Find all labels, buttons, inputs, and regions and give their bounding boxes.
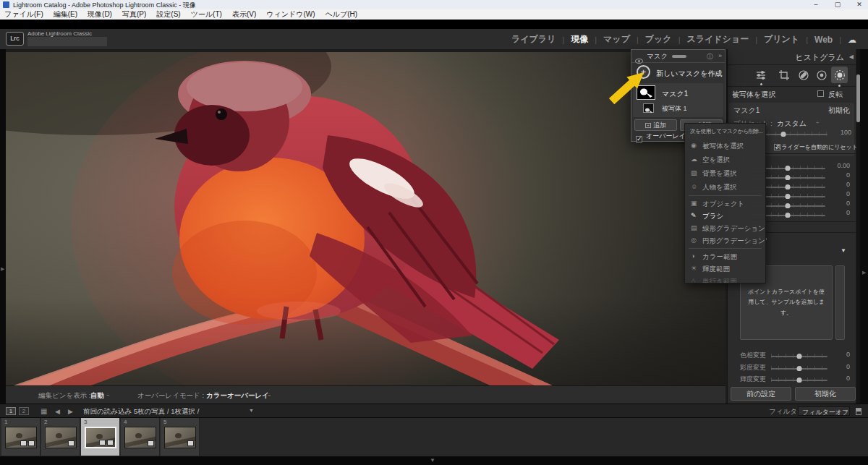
right-panel-strip[interactable]: ▶ (860, 49, 868, 404)
red-eye-tool-icon[interactable] (816, 69, 827, 81)
slider-knob[interactable] (785, 194, 790, 199)
menu-window[interactable]: ウィンドウ(W) (266, 9, 315, 20)
adjustment-badge-icon (107, 440, 114, 445)
menu-edit[interactable]: 編集(E) (54, 9, 77, 20)
saturation-shift-slider[interactable] (771, 365, 827, 372)
menu-item-radial-gradient[interactable]: ◎円形グラデーション (685, 236, 766, 247)
filmstrip-thumbnail-2[interactable]: 2 (41, 418, 80, 456)
thumbnail-image[interactable] (45, 427, 77, 448)
create-new-mask-button[interactable]: + 新しいマスクを作成 (631, 63, 725, 83)
edit-pins-value[interactable]: 自動 (90, 391, 104, 401)
slider-knob[interactable] (797, 377, 802, 383)
slider-knob[interactable] (785, 175, 790, 180)
menu-item-linear-gradient[interactable]: ▤線形グラデーション (685, 223, 766, 235)
menu-item-select-background[interactable]: ▨背景を選択 (685, 168, 766, 180)
second-window-button[interactable]: 2 (19, 407, 29, 415)
crop-tool-icon[interactable] (778, 69, 790, 81)
drag-handle[interactable] (672, 55, 686, 58)
slider-knob[interactable] (785, 203, 790, 208)
menu-item-objects[interactable]: ▣オブジェクト (685, 199, 766, 210)
thumbnail-number: 1 (4, 419, 7, 425)
left-panel-expand-icon[interactable]: ▶ (1, 266, 4, 272)
menu-item-label: 線形グラデーション (702, 224, 765, 234)
filmstrip-thumbnail-4[interactable]: 4 (121, 418, 160, 456)
module-book[interactable]: ブック (645, 33, 672, 46)
menu-item-brush[interactable]: ✎ブラシ (685, 211, 766, 223)
close-button[interactable]: ✕ (854, 0, 865, 9)
module-map[interactable]: マップ (603, 33, 630, 46)
menu-file[interactable]: ファイル(F) (4, 9, 43, 20)
maximize-button[interactable]: ▢ (832, 0, 843, 9)
mask1-label[interactable]: マスク1 (662, 89, 688, 99)
slider-knob[interactable] (797, 354, 802, 359)
filter-select[interactable]: フィルターオフ ÷ (798, 406, 850, 416)
histogram-section[interactable]: ヒストグラム ◀ (728, 49, 856, 65)
menu-tools[interactable]: ツール(T) (191, 9, 222, 20)
thumbnail-image[interactable] (164, 427, 196, 448)
histogram-collapse-icon[interactable]: ◀ (849, 54, 854, 60)
module-print[interactable]: プリント (764, 33, 799, 46)
filmstrip-thumbnail-5[interactable]: 5 (161, 418, 200, 456)
masking-tool-icon[interactable] (834, 69, 846, 81)
preset-value[interactable]: カスタム (777, 119, 807, 129)
collapse-panel-icon[interactable]: » (718, 52, 722, 59)
menu-photo[interactable]: 写真(P) (122, 9, 146, 20)
filmstrip-thumbnail-1[interactable]: 1 (1, 418, 41, 456)
preset-stepper-icon[interactable]: ÷ (816, 119, 819, 126)
menu-item-color-range[interactable]: ◑カラー範囲 (685, 252, 766, 263)
invert-checkbox[interactable] (817, 90, 824, 97)
cloud-sync-icon[interactable]: ☁ (848, 35, 856, 45)
grid-view-icon[interactable]: ▦ (41, 407, 47, 415)
module-slideshow[interactable]: スライドショー (686, 33, 749, 46)
basic-adjustments-icon[interactable] (755, 69, 767, 81)
show-overlay-checkbox[interactable] (636, 136, 642, 142)
thumbnail-image[interactable] (124, 427, 156, 448)
point-color-expand-icon[interactable]: ▼ (841, 247, 846, 254)
module-library[interactable]: ライブラリ (511, 33, 556, 46)
next-photo-icon[interactable]: ▶ (68, 408, 73, 415)
subject1-label[interactable]: 被写体 1 (662, 104, 687, 114)
menu-view[interactable]: 表示(V) (232, 9, 256, 20)
slider-knob[interactable] (785, 213, 790, 218)
mask-panel-header[interactable]: マスク ⓘ » (631, 50, 725, 63)
menu-develop[interactable]: 現像(D) (88, 9, 112, 20)
info-icon[interactable]: ⓘ (707, 52, 713, 61)
point-color-range-strip[interactable] (835, 265, 845, 340)
amount-value: 100 (841, 129, 851, 136)
overlay-mode-stepper-icon[interactable]: ÷ (268, 392, 271, 398)
bottom-panel-expand-icon[interactable]: ▼ (430, 457, 435, 464)
thumbnail-image[interactable] (85, 427, 116, 448)
menu-item-select-sky[interactable]: ☁空を選択 (685, 155, 766, 166)
mask-reset-link[interactable]: 初期化 (828, 106, 850, 116)
bottom-panel-strip[interactable]: ▼ (0, 456, 868, 465)
main-window-button[interactable]: 1 (6, 407, 16, 415)
previous-photo-icon[interactable]: ◀ (55, 408, 60, 415)
thumbnail-image[interactable] (5, 427, 37, 448)
edit-pins-stepper-icon[interactable]: ÷ (106, 392, 109, 398)
filmstrip-filter-toggle-icon[interactable] (856, 408, 861, 415)
previous-settings-button[interactable]: 前の設定 (731, 387, 791, 401)
menu-settings[interactable]: 設定(S) (156, 9, 180, 20)
slider-knob[interactable] (781, 132, 786, 137)
minimize-button[interactable]: – (810, 0, 822, 9)
module-web[interactable]: Web (814, 35, 833, 45)
slider-knob[interactable] (785, 184, 790, 189)
slider-knob[interactable] (785, 166, 790, 171)
left-panel-strip[interactable]: ▶ (0, 49, 6, 404)
menu-item-select-subject[interactable]: ◉被写体を選択 (685, 141, 766, 153)
healing-tool-icon[interactable] (798, 69, 809, 81)
right-panel-expand-icon[interactable]: ▶ (862, 270, 866, 276)
menu-item-luminance-range[interactable]: ☀輝度範囲 (685, 264, 766, 276)
module-develop[interactable]: 現像 (571, 33, 588, 46)
mask-add-button[interactable]: + 追加 (634, 119, 677, 131)
filmstrip-thumbnail-3-selected[interactable]: 3 (81, 418, 120, 456)
overlay-mode-value[interactable]: カラーオーバーレイ (206, 391, 269, 401)
slider-knob[interactable] (797, 366, 802, 371)
menu-help[interactable]: ヘルプ(H) (326, 9, 358, 20)
luminance-shift-slider[interactable] (771, 377, 827, 383)
menu-item-select-people[interactable]: ☺人物を選択 (685, 182, 766, 194)
reset-button[interactable]: 初期化 (795, 387, 856, 401)
source-caret-icon[interactable]: ▼ (249, 408, 254, 413)
filmstrip-source-status[interactable]: 前回の読み込み 5枚の写真 / 1枚選択 / (83, 407, 199, 417)
hue-shift-slider[interactable] (771, 353, 827, 359)
